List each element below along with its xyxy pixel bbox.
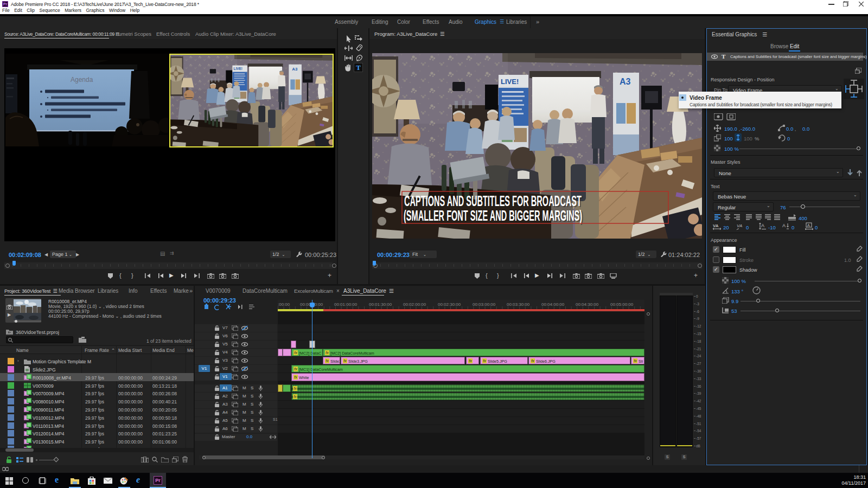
svg-text:VA: VA — [713, 223, 719, 228]
svg-text:A: A — [761, 223, 764, 228]
svg-text:(SMALLER FONT SIZE AND BIGGER: (SMALLER FONT SIZE AND BIGGER MARGINS) — [404, 207, 582, 224]
svg-text:A: A — [807, 223, 810, 227]
svg-text:VA: VA — [737, 223, 742, 228]
svg-text:A: A — [782, 223, 786, 228]
